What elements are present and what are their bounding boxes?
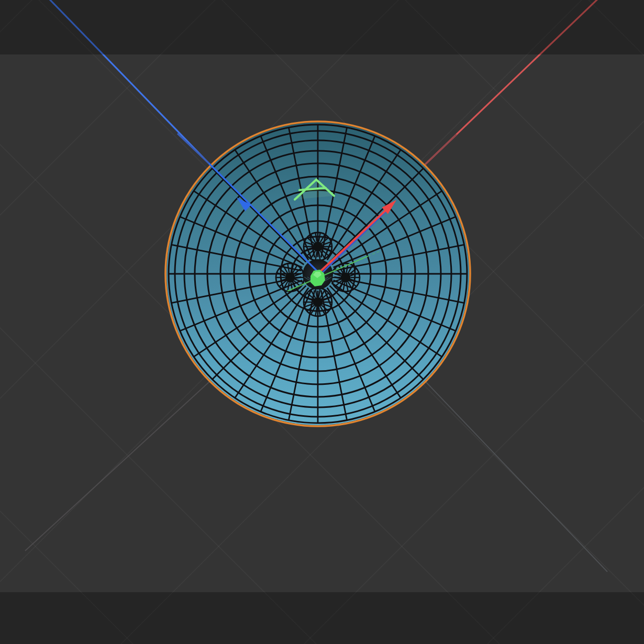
safe-frame-top-band	[0, 0, 644, 54]
pod-hub	[341, 273, 351, 283]
pod-hub	[313, 297, 323, 307]
pod-hub	[313, 242, 323, 252]
viewport-3d[interactable]	[0, 0, 644, 644]
safe-frame-bottom-band	[0, 592, 644, 644]
viewport-canvas[interactable]	[0, 0, 644, 644]
pod-hub	[285, 273, 295, 283]
